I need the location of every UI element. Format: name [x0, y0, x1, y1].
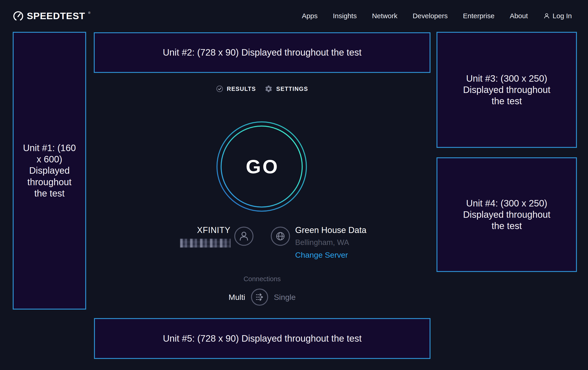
- nav-item-apps[interactable]: Apps: [302, 12, 317, 20]
- isp-details-redacted: [180, 239, 231, 248]
- ad-unit-2-banner-top: Unit #2: (728 x 90) Displayed throughout…: [94, 32, 430, 73]
- main-nav: Apps Insights Network Developers Enterpr…: [302, 12, 572, 20]
- go-label: GO: [216, 121, 307, 212]
- tab-results-label: RESULTS: [227, 86, 256, 92]
- login-label: Log In: [553, 12, 572, 20]
- view-tabs: RESULTS SETTINGS: [94, 85, 430, 93]
- multi-arrows-circle-icon[interactable]: [251, 288, 268, 306]
- nav-item-developers[interactable]: Developers: [413, 12, 448, 20]
- server-section: Green House Data Bellingham, WA Change S…: [271, 223, 367, 259]
- connection-multi-option[interactable]: Multi: [229, 293, 245, 302]
- test-endpoints-section: XFINITY Green House Data Bellingham, WA …: [94, 223, 430, 267]
- server-name: Green House Data: [295, 226, 367, 235]
- ad-unit-1-skyscraper: Unit #1: (160 x 600) Displayed throughou…: [13, 32, 86, 310]
- connection-single-option[interactable]: Single: [274, 293, 296, 302]
- check-circle-icon: [216, 85, 223, 92]
- change-server-link[interactable]: Change Server: [295, 250, 367, 259]
- person-circle-icon: [234, 227, 253, 246]
- top-nav: SPEEDTEST ® Apps Insights Network Develo…: [0, 0, 588, 32]
- isp-section: XFINITY: [180, 223, 253, 248]
- nav-item-insights[interactable]: Insights: [333, 12, 357, 20]
- gear-icon: [265, 85, 273, 93]
- go-button[interactable]: GO: [216, 121, 307, 212]
- ad-unit-4-text: Unit #4: (300 x 250) Displayed throughou…: [456, 198, 558, 232]
- ad-unit-5-text: Unit #5: (728 x 90) Displayed throughout…: [163, 333, 362, 344]
- logo-text: SPEEDTEST: [27, 10, 85, 21]
- logo-trademark: ®: [88, 11, 91, 15]
- tab-settings[interactable]: SETTINGS: [265, 85, 308, 93]
- ad-unit-5-banner-bottom: Unit #5: (728 x 90) Displayed throughout…: [94, 318, 430, 359]
- server-location: Bellingham, WA: [295, 238, 367, 247]
- login-button[interactable]: Log In: [543, 12, 572, 20]
- ad-unit-4-rectangle: Unit #4: (300 x 250) Displayed throughou…: [437, 157, 577, 272]
- tab-results[interactable]: RESULTS: [216, 85, 256, 93]
- connections-label: Connections: [243, 275, 281, 283]
- nav-item-about[interactable]: About: [510, 12, 528, 20]
- ad-unit-1-text: Unit #1: (160 x 600) Displayed throughou…: [20, 142, 79, 199]
- globe-circle-icon: [271, 227, 290, 246]
- nav-item-network[interactable]: Network: [372, 12, 398, 20]
- ad-unit-3-rectangle: Unit #3: (300 x 250) Displayed throughou…: [437, 32, 577, 148]
- ad-unit-2-text: Unit #2: (728 x 90) Displayed throughout…: [163, 47, 362, 58]
- nav-item-enterprise[interactable]: Enterprise: [463, 12, 494, 20]
- isp-name: XFINITY: [197, 226, 231, 235]
- tab-settings-label: SETTINGS: [276, 86, 308, 92]
- person-icon: [543, 12, 550, 19]
- speedtest-logo[interactable]: SPEEDTEST ®: [13, 10, 90, 21]
- gauge-icon: [13, 10, 24, 21]
- ad-unit-3-text: Unit #3: (300 x 250) Displayed throughou…: [456, 73, 558, 107]
- connections-section: Connections Multi Single: [94, 275, 430, 306]
